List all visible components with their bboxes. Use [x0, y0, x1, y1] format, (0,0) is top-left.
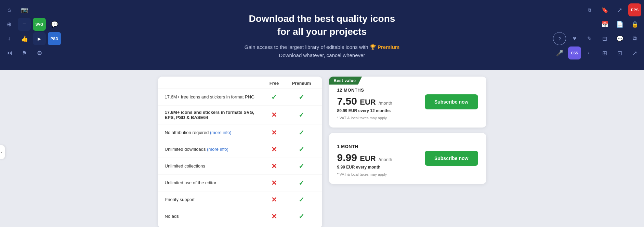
settings-icon[interactable]: ⚙ [33, 46, 46, 59]
price-main: 7.50 EUR /month [337, 95, 392, 107]
comment-icon[interactable]: 💬 [613, 32, 626, 45]
sliders-icon[interactable]: ⧉ [583, 3, 596, 16]
copy-icon[interactable]: ⧉ [628, 32, 641, 45]
left-sidebar: ⌂ 📷 ⊕ − SVG 💬 ↓ 👍 ▶ PSD ⏮ ⚑ ⚙ [0, 0, 79, 227]
free-check: ✓ [261, 93, 288, 101]
gamepad-icon[interactable]: ⊞ [598, 46, 611, 59]
table-row: 17.6M+ icons and stickers in formats SVG… [158, 106, 322, 124]
plan-name: 1 MONTH [337, 144, 392, 149]
calendar-icon[interactable]: 📅 [598, 18, 611, 31]
pricing-info: 12 MONTHS 7.50 EUR /month 89.99 EUR ever… [337, 84, 392, 120]
premium-check: ✓ [288, 93, 315, 101]
premium-badge: 🏆 Premium [370, 44, 399, 50]
file-icon[interactable]: 📄 [613, 18, 626, 31]
row-label: Unlimited collections [165, 163, 261, 169]
premium-check: ✓ [288, 111, 315, 119]
free-cross: ✕ [261, 212, 288, 221]
col-feature [165, 81, 261, 86]
pricing-cards: Best value 12 MONTHS 7.50 EUR /month 89.… [329, 77, 486, 184]
edit-icon[interactable]: ✎ [583, 32, 596, 45]
lock-icon[interactable]: 🔒 [628, 18, 641, 31]
price-sub: 9.99 EUR every month [337, 165, 392, 170]
premium-check: ✓ [288, 162, 315, 170]
row-label: Unlimited use of the editor [165, 180, 261, 185]
bookmark-icon[interactable]: 🔖 [598, 3, 611, 16]
col-premium: Premium [288, 81, 315, 86]
right-sidebar: ⧉ 🔖 ↗ EPS 📅 📄 🔒 ? ♥ ✎ ⊟ 💬 ⧉ 🎤 CSS ← ⊞ ⊡ … [565, 0, 644, 227]
flag-icon[interactable]: ⚑ [18, 46, 31, 59]
table-row: Unlimited downloads (more info) ✕ ✓ [158, 141, 322, 158]
table-row: No ads ✕ ✓ [158, 208, 322, 225]
help-icon[interactable]: ? [553, 32, 566, 45]
premium-check: ✓ [288, 212, 315, 221]
window-icon[interactable]: ⊡ [613, 46, 626, 59]
camera-icon[interactable]: 📷 [18, 3, 31, 16]
free-cross: ✕ [261, 129, 288, 137]
free-cross: ✕ [261, 179, 288, 187]
free-cross: ✕ [261, 196, 288, 204]
table-row: Unlimited use of the editor ✕ ✓ [158, 175, 322, 191]
price-note: * VAT & local taxes may apply [337, 172, 392, 176]
export-icon[interactable]: ↗ [613, 3, 626, 16]
back-icon[interactable]: ← [583, 46, 596, 59]
eps-badge: EPS [628, 3, 641, 16]
table-header: Free Premium [158, 77, 322, 89]
free-cross: ✕ [261, 162, 288, 170]
css-badge: CSS [568, 46, 581, 59]
download-icon[interactable]: ↓ [3, 32, 16, 45]
hero-title: Download the best quality icons for all … [7, 12, 637, 38]
skip-back-icon[interactable]: ⏮ [3, 46, 16, 59]
row-label: 17.6M+ icons and stickers in formats SVG… [165, 110, 261, 120]
hero-section: Download the best quality icons for all … [0, 0, 644, 70]
subscribe-12months-button[interactable]: Subscribe now [425, 94, 478, 109]
free-cross: ✕ [261, 111, 288, 119]
premium-check: ✓ [288, 179, 315, 187]
pricing-info: 1 MONTH 9.99 EUR /month 9.99 EUR every m… [337, 141, 392, 176]
grid-icon[interactable]: ⊟ [598, 32, 611, 45]
like-icon[interactable]: 👍 [18, 32, 31, 45]
chat-icon[interactable]: 💬 [48, 18, 61, 31]
row-label: No attribution required (more info) [165, 130, 261, 135]
premium-check: ✓ [288, 129, 315, 137]
premium-check: ✓ [288, 196, 315, 204]
main-content: ‹ Free Premium 17.6M+ free icons and sti… [0, 70, 644, 227]
heart-icon[interactable]: ♥ [568, 32, 581, 45]
share-icon[interactable]: ⊕ [3, 18, 16, 31]
col-free: Free [261, 81, 288, 86]
row-label: Unlimited downloads (more info) [165, 147, 261, 152]
home-icon[interactable]: ⌂ [3, 3, 16, 16]
subscribe-1month-button[interactable]: Subscribe now [425, 151, 478, 166]
plan-name: 12 MONTHS [337, 88, 392, 93]
best-value-badge: Best value [329, 77, 362, 85]
table-row: 17.6M+ free icons and stickers in format… [158, 89, 322, 106]
plan-1month-card: 1 MONTH 9.99 EUR /month 9.99 EUR every m… [329, 133, 486, 184]
table-row: Unlimited collections ✕ ✓ [158, 158, 322, 175]
row-label: Priority support [165, 197, 261, 202]
row-label: No ads [165, 214, 261, 219]
price-sub: 89.99 EUR every 12 months [337, 108, 392, 113]
price-main: 9.99 EUR /month [337, 152, 392, 163]
svg-badge: SVG [33, 18, 46, 31]
plan-12months-card: Best value 12 MONTHS 7.50 EUR /month 89.… [329, 77, 486, 128]
video-icon[interactable]: ▶ [33, 32, 46, 45]
table-row: No attribution required (more info) ✕ ✓ [158, 124, 322, 141]
hero-subtitle: Gain access to the largest library of ed… [7, 43, 637, 51]
hero-subtitle2: Download whatever, cancel whenever [7, 51, 637, 59]
price-note: * VAT & local taxes may apply [337, 116, 392, 120]
minus-icon[interactable]: − [18, 18, 31, 31]
feature-table: Free Premium 17.6M+ free icons and stick… [158, 77, 322, 227]
table-row: Priority support ✕ ✓ [158, 191, 322, 208]
psd-badge: PSD [48, 32, 61, 45]
premium-check: ✓ [288, 145, 315, 153]
free-cross: ✕ [261, 145, 288, 153]
row-label: 17.6M+ free icons and stickers in format… [165, 94, 261, 99]
arrow-icon[interactable]: ↗ [628, 46, 641, 59]
mic-icon[interactable]: 🎤 [553, 46, 566, 59]
